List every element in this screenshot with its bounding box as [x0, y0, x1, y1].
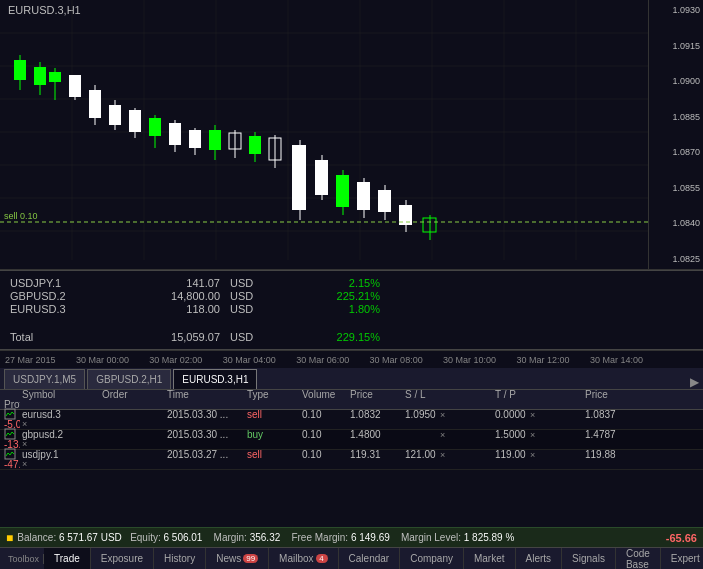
balance-icon: ■	[6, 531, 13, 545]
total-pct: 229.15%	[310, 331, 380, 343]
col-volume: Volume	[300, 389, 348, 400]
balance-bar: ■ Balance: 6 571.67 USD Equity: 6 506.01…	[0, 527, 703, 547]
sym-eurusd-pct: 1.80%	[310, 303, 380, 315]
sym-eurusd-amount: 118.00	[100, 303, 230, 315]
svg-rect-20	[49, 72, 61, 82]
row-tp-x-eurusd[interactable]: ×	[528, 410, 583, 420]
price-5: 1.0870	[652, 147, 700, 157]
row-open-usdjpy: 121.00	[403, 449, 438, 460]
col-tp: T / P	[493, 389, 528, 400]
row-curprice-gbpusd: 1.4787	[583, 429, 633, 440]
col-curprice: Price	[583, 389, 633, 400]
svg-rect-24	[89, 90, 101, 118]
summary-row-usdjpy: USDJPY.1 141.07 USD 2.15%	[10, 277, 693, 289]
scroll-right-arrow[interactable]: ▶	[686, 375, 703, 389]
row-profit-usdjpy: -47.55	[2, 459, 20, 470]
time-4: 30 Mar 06:00	[296, 355, 349, 365]
symbol-tabs: USDJPY.1,M5 GBPUSD.2,H1 EURUSD.3,H1 ▶	[0, 368, 703, 390]
balance-loss: -65.66	[666, 532, 697, 544]
tab-trade[interactable]: Trade	[44, 548, 91, 570]
main-wrapper: EURUSD.3,H1	[0, 0, 703, 569]
row-close-eurusd[interactable]: ×	[20, 419, 100, 429]
row-volume-usdjpy: 0.10	[300, 449, 348, 460]
tab-mailbox[interactable]: Mailbox 4	[269, 548, 338, 570]
row-volume-gbpusd: 0.10	[300, 429, 348, 440]
row-price-usdjpy: 119.31	[348, 449, 403, 460]
equity-value: 6 506.01	[163, 532, 202, 543]
row-type-usdjpy: sell	[245, 449, 300, 460]
row-time-usdjpy: 2015.03.27 ...	[165, 449, 245, 460]
tab-gbpusd[interactable]: GBPUSD.2,H1	[87, 369, 171, 389]
svg-rect-16	[14, 60, 26, 80]
news-badge: 99	[243, 554, 258, 563]
row-close-gbpusd[interactable]: ×	[20, 439, 100, 449]
svg-text:sell 0.10: sell 0.10	[4, 211, 38, 221]
tab-company[interactable]: Company	[400, 548, 464, 570]
svg-rect-36	[209, 130, 221, 150]
summary-row-gbpusd: GBPUSD.2 14,800.00 USD 225.21%	[10, 290, 693, 302]
row-tp-x-usdjpy[interactable]: ×	[528, 450, 583, 460]
col-price: Price	[348, 389, 403, 400]
svg-rect-32	[169, 123, 181, 145]
row-sl-usdjpy: 119.00	[493, 449, 528, 460]
row-tp-eurusd: 0.0000	[493, 409, 528, 420]
time-8: 30 Mar 14:00	[590, 355, 643, 365]
margin-level-value: 1 825.89 %	[464, 532, 515, 543]
row-tp-gbpusd: 1.5000	[493, 429, 528, 440]
tab-calendar[interactable]: Calendar	[339, 548, 401, 570]
time-1: 30 Mar 00:00	[76, 355, 129, 365]
tab-history[interactable]: History	[154, 548, 206, 570]
sym-gbpusd-pct: 225.21%	[310, 290, 380, 302]
orders-section: Symbol Order Time Type Volume Price S / …	[0, 390, 703, 527]
tab-exposure[interactable]: Exposure	[91, 548, 154, 570]
free-margin-value: 6 149.69	[351, 532, 390, 543]
tab-usdjpy[interactable]: USDJPY.1,M5	[4, 369, 85, 389]
row-sl-x-usdjpy[interactable]: ×	[438, 450, 493, 460]
tab-eurusd[interactable]: EURUSD.3,H1	[173, 369, 257, 389]
sym-usdjpy-pct: 2.15%	[310, 277, 380, 289]
order-row-usdjpy: usdjpy.1 2015.03.27 ... sell 0.10 119.31…	[0, 450, 703, 470]
row-tp-x-gbpusd[interactable]: ×	[528, 430, 583, 440]
tab-codebase[interactable]: Code Base	[616, 548, 661, 570]
row-time-gbpusd: 2015.03.30 ...	[165, 429, 245, 440]
price-6: 1.0855	[652, 183, 700, 193]
tab-signals[interactable]: Signals	[562, 548, 616, 570]
row-sl-x-eurusd[interactable]: ×	[438, 410, 493, 420]
row-type-eurusd: sell	[245, 409, 300, 420]
svg-rect-52	[378, 190, 391, 212]
sym-gbpusd-name: GBPUSD.2	[10, 290, 100, 302]
row-curprice-eurusd: 1.0837	[583, 409, 633, 420]
row-price-eurusd: 1.0832	[348, 409, 403, 420]
col-type: Type	[245, 389, 300, 400]
row-price-gbpusd: 1.4800	[348, 429, 403, 440]
tab-expert[interactable]: Expert	[661, 548, 703, 570]
row-close-usdjpy[interactable]: ×	[20, 459, 100, 469]
summary-row-eurusd: EURUSD.3 118.00 USD 1.80%	[10, 303, 693, 315]
sym-usdjpy-amount: 141.07	[100, 277, 230, 289]
price-scale: 1.0930 1.0915 1.0900 1.0885 1.0870 1.085…	[648, 0, 703, 269]
row-type-gbpusd: buy	[245, 429, 300, 440]
total-amount: 15,059.07	[100, 331, 230, 343]
tab-alerts[interactable]: Alerts	[516, 548, 563, 570]
price-3: 1.0900	[652, 76, 700, 86]
time-0: 27 Mar 2015	[5, 355, 56, 365]
col-symbol: Symbol	[20, 389, 100, 400]
summary-panel: USDJPY.1 141.07 USD 2.15% GBPUSD.2 14,80…	[0, 270, 703, 350]
sym-usdjpy-currency: USD	[230, 277, 310, 289]
margin-value: 356.32	[250, 532, 281, 543]
order-row-gbpusd: gbpusd.2 2015.03.30 ... buy 0.10 1.4800 …	[0, 430, 703, 450]
balance-label: Balance: 6 571.67 USD Equity: 6 506.01 M…	[17, 532, 514, 543]
summary-rows: USDJPY.1 141.07 USD 2.15% GBPUSD.2 14,80…	[10, 277, 693, 315]
tab-news[interactable]: News 99	[206, 548, 269, 570]
time-6: 30 Mar 10:00	[443, 355, 496, 365]
row-sl-x-gbpusd[interactable]: ×	[438, 430, 493, 440]
svg-rect-44	[292, 145, 306, 210]
tab-market[interactable]: Market	[464, 548, 516, 570]
row-volume-eurusd: 0.10	[300, 409, 348, 420]
time-axis: 27 Mar 2015 30 Mar 00:00 30 Mar 02:00 30…	[0, 350, 703, 368]
svg-rect-50	[357, 182, 370, 210]
time-3: 30 Mar 04:00	[223, 355, 276, 365]
time-5: 30 Mar 08:00	[370, 355, 423, 365]
svg-rect-28	[129, 110, 141, 132]
sym-gbpusd-amount: 14,800.00	[100, 290, 230, 302]
